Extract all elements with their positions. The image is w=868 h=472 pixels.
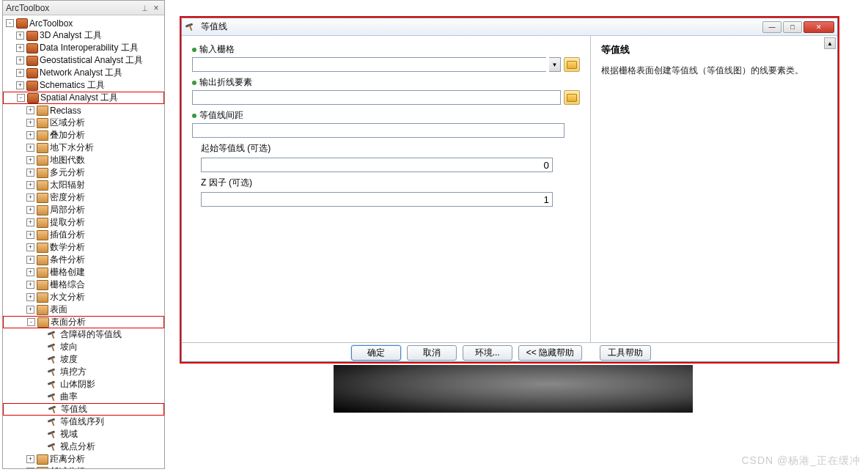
expand-icon[interactable]: + <box>26 206 34 214</box>
collapse-icon[interactable]: - <box>6 19 14 27</box>
toolset-b-1[interactable]: +邻域分析 <box>3 465 164 468</box>
expand-icon[interactable]: + <box>26 131 34 139</box>
dialog-titlebar[interactable]: 等值线 — □ ✕ <box>182 18 837 36</box>
expand-icon[interactable]: + <box>26 218 34 226</box>
scroll-up-icon[interactable]: ▲ <box>824 37 836 49</box>
expand-icon[interactable]: + <box>26 256 34 264</box>
dialog-title: 等值线 <box>201 21 227 33</box>
toolset-8[interactable]: +局部分析 <box>3 204 164 216</box>
tool-9[interactable]: 视点分析 <box>3 440 164 453</box>
output-fc-browse[interactable] <box>564 90 580 105</box>
tool-6[interactable]: 等值线 <box>3 403 164 416</box>
tree-label: 填挖方 <box>60 366 87 378</box>
map-area: 等值线 — □ ✕ 输入栅格 ▼ 输出折线要素 <box>166 0 867 469</box>
panel-close-icon[interactable]: × <box>151 3 161 13</box>
tool-3[interactable]: 填挖方 <box>3 366 164 378</box>
pin-icon[interactable]: ⟂ <box>139 3 150 13</box>
toolset-11[interactable]: +数学分析 <box>3 241 164 254</box>
interval-field[interactable] <box>192 123 564 138</box>
minimize-button[interactable]: — <box>762 21 781 33</box>
cancel-button[interactable]: 取消 <box>407 345 457 361</box>
tree-root[interactable]: -ArcToolbox <box>3 17 164 29</box>
toolset-4[interactable]: +地图代数 <box>3 154 164 166</box>
hammer-icon <box>47 392 59 402</box>
toolset-14[interactable]: +栅格综合 <box>3 279 164 291</box>
toolset-2[interactable]: +叠加分析 <box>3 129 164 141</box>
toolset-5[interactable]: +多元分析 <box>3 166 164 179</box>
expand-icon[interactable]: + <box>26 281 34 289</box>
toolset-15[interactable]: +水文分析 <box>3 291 164 303</box>
param-label-input-raster: 输入栅格 <box>199 43 235 56</box>
toolset-icon <box>37 205 48 215</box>
toolset-3[interactable]: +地下水分析 <box>3 141 164 154</box>
expand-icon[interactable]: + <box>26 169 34 177</box>
collapse-icon[interactable]: - <box>17 94 25 102</box>
ok-button[interactable]: 确定 <box>351 345 401 361</box>
expand-icon[interactable]: + <box>16 81 24 89</box>
toolset-b-0[interactable]: +距离分析 <box>3 453 164 465</box>
tool-4[interactable]: 山体阴影 <box>3 378 164 391</box>
collapse-icon[interactable]: - <box>27 318 35 326</box>
toolset-surface-analysis[interactable]: -表面分析 <box>3 316 164 328</box>
input-raster-dropdown[interactable]: ▼ <box>549 57 561 72</box>
hammer-icon <box>47 429 59 440</box>
close-button[interactable]: ✕ <box>803 21 834 33</box>
tree-label: Network Analyst 工具 <box>40 67 122 79</box>
expand-icon[interactable]: + <box>16 56 24 64</box>
expand-icon[interactable]: + <box>16 69 24 77</box>
toolbox-tree[interactable]: -ArcToolbox+3D Analyst 工具+Data Interoper… <box>3 15 164 468</box>
expand-icon[interactable]: + <box>26 231 34 239</box>
expand-icon[interactable]: + <box>26 119 34 127</box>
maximize-button[interactable]: □ <box>783 21 802 33</box>
toolbox-0[interactable]: +3D Analyst 工具 <box>3 29 164 42</box>
base-contour-field[interactable] <box>201 158 553 172</box>
toolset-1[interactable]: +区域分析 <box>3 117 164 129</box>
toolset-12[interactable]: +条件分析 <box>3 254 164 266</box>
tool-8[interactable]: 视域 <box>3 428 164 440</box>
toolset-6[interactable]: +太阳辐射 <box>3 179 164 191</box>
expand-icon[interactable]: + <box>26 455 34 463</box>
toolset-icon <box>37 317 49 328</box>
expand-icon[interactable]: + <box>26 181 34 189</box>
expand-icon[interactable]: + <box>26 468 34 468</box>
tool-0[interactable]: 含障碍的等值线 <box>3 328 164 341</box>
environments-button[interactable]: 环境... <box>463 345 512 361</box>
toolset-9[interactable]: +提取分析 <box>3 216 164 229</box>
expand-icon[interactable]: + <box>16 32 24 40</box>
input-raster-field[interactable] <box>192 57 546 72</box>
expand-icon[interactable]: + <box>26 144 34 152</box>
expand-icon[interactable]: + <box>26 268 34 276</box>
help-text: 根据栅格表面创建等值线（等值线图）的线要素类。 <box>601 64 827 78</box>
toolset-13[interactable]: +栅格创建 <box>3 266 164 279</box>
toolbox-4[interactable]: +Schematics 工具 <box>3 79 164 92</box>
hammer-icon <box>47 380 59 390</box>
expand-icon[interactable]: + <box>26 106 34 114</box>
toolset-7[interactable]: +密度分析 <box>3 191 164 204</box>
tool-1[interactable]: 坡向 <box>3 341 164 353</box>
hide-help-button[interactable]: << 隐藏帮助 <box>518 345 582 361</box>
tool-5[interactable]: 曲率 <box>3 391 164 403</box>
expand-icon[interactable]: + <box>26 243 34 251</box>
toolbox-5[interactable]: -Spatial Analyst 工具 <box>3 92 164 104</box>
toolset-10[interactable]: +插值分析 <box>3 229 164 241</box>
tool-2[interactable]: 坡度 <box>3 353 164 366</box>
tree-label: 含障碍的等值线 <box>60 328 122 341</box>
tool-help-button[interactable]: 工具帮助 <box>600 345 651 361</box>
toolset-16[interactable]: +表面 <box>3 303 164 316</box>
expand-icon[interactable]: + <box>26 193 34 202</box>
expand-icon[interactable]: + <box>26 306 34 314</box>
zfactor-field[interactable] <box>201 192 553 207</box>
expand-icon[interactable]: + <box>26 156 34 164</box>
input-raster-browse[interactable] <box>564 57 580 72</box>
toolbox-3[interactable]: +Network Analyst 工具 <box>3 67 164 79</box>
toolbox-2[interactable]: +Geostatistical Analyst 工具 <box>3 54 164 67</box>
tool-7[interactable]: 等值线序列 <box>3 416 164 428</box>
toolset-0[interactable]: +Reclass <box>3 104 164 117</box>
tree-label: Geostatistical Analyst 工具 <box>40 54 143 67</box>
toolbox-1[interactable]: +Data Interoperability 工具 <box>3 42 164 54</box>
output-fc-field[interactable] <box>192 90 561 105</box>
expand-icon[interactable]: + <box>16 44 24 52</box>
panel-header: ArcToolbox ⟂ × <box>3 1 164 15</box>
tree-label: Reclass <box>50 106 81 116</box>
expand-icon[interactable]: + <box>26 293 34 301</box>
